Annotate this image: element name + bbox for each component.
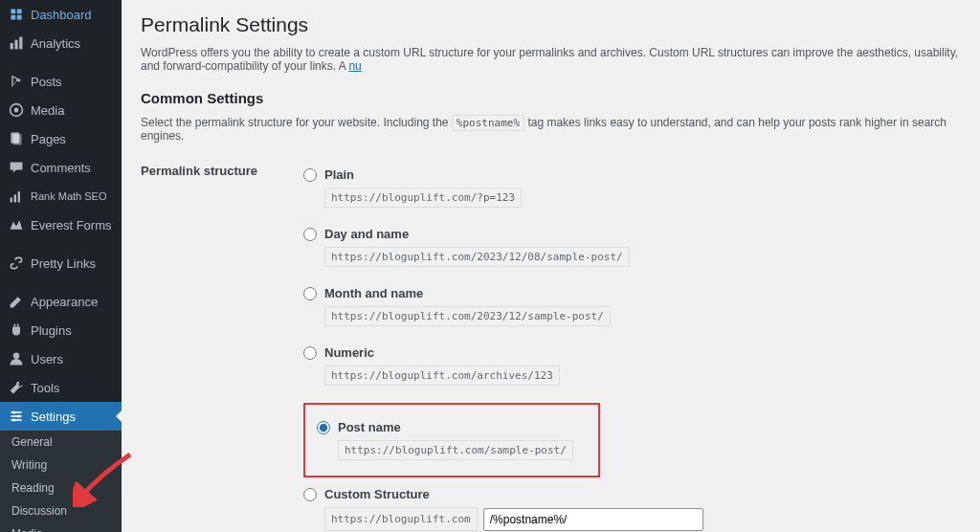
- media-icon: [8, 101, 25, 119]
- custom-prefix: https://bloguplift.com: [324, 507, 478, 531]
- sidebar-item-label: Everest Forms: [31, 218, 112, 233]
- submenu-item-media[interactable]: Media: [0, 522, 122, 532]
- svg-rect-0: [11, 43, 13, 49]
- sidebar-item-label: Posts: [31, 75, 62, 89]
- option-day-name: Day and name https://bloguplift.com/2023…: [303, 221, 961, 280]
- svg-rect-1: [14, 40, 17, 50]
- svg-rect-6: [13, 134, 22, 144]
- option-label[interactable]: Day and name: [324, 227, 409, 241]
- custom-structure-input[interactable]: [483, 508, 703, 531]
- option-postname: Post name https://bloguplift.com/sample-…: [303, 403, 600, 477]
- sidebar-item-posts[interactable]: Posts: [0, 67, 122, 96]
- svg-rect-7: [11, 198, 12, 203]
- url-sample: https://bloguplift.com/archives/123: [324, 366, 560, 386]
- tools-icon: [8, 379, 25, 396]
- forms-icon: [8, 216, 25, 233]
- radio-plain[interactable]: [303, 168, 317, 182]
- analytics-icon: [8, 34, 25, 52]
- sidebar-item-appearance[interactable]: Appearance: [0, 287, 122, 316]
- common-settings-heading: Common Settings: [141, 90, 961, 106]
- structure-label: Permalink structure: [141, 162, 303, 532]
- sidebar-item-label: Rank Math SEO: [31, 190, 106, 202]
- svg-rect-8: [14, 194, 16, 202]
- pages-icon: [8, 130, 25, 147]
- option-label[interactable]: Month and name: [324, 286, 423, 300]
- sidebar-item-dashboard[interactable]: Dashboard: [0, 0, 122, 29]
- sidebar-item-label: Tools: [31, 381, 59, 395]
- svg-point-14: [12, 410, 15, 413]
- sidebar-item-tools[interactable]: Tools: [0, 373, 122, 402]
- plugins-icon: [8, 321, 25, 339]
- settings-submenu: General Writing Reading Discussion Media…: [0, 431, 122, 532]
- sidebar-item-label: Plugins: [31, 323, 72, 338]
- sidebar-item-label: Users: [31, 352, 63, 366]
- radio-postname[interactable]: [317, 421, 330, 434]
- links-icon: [8, 255, 25, 272]
- sidebar-item-label: Dashboard: [31, 8, 92, 22]
- sidebar-item-pages[interactable]: Pages: [0, 124, 122, 153]
- sidebar-item-label: Pages: [31, 132, 66, 146]
- submenu-item-general[interactable]: General: [0, 431, 122, 454]
- submenu-item-writing[interactable]: Writing: [0, 454, 122, 477]
- svg-point-15: [17, 414, 20, 417]
- url-sample: https://bloguplift.com/?p=123: [324, 188, 522, 208]
- sidebar-item-everestforms[interactable]: Everest Forms: [0, 211, 122, 239]
- radio-month-name[interactable]: [303, 287, 317, 300]
- submenu-item-discussion[interactable]: Discussion: [0, 499, 122, 522]
- users-icon: [8, 350, 25, 367]
- rankmath-icon: [8, 188, 25, 205]
- sidebar-item-users[interactable]: Users: [0, 344, 122, 373]
- url-sample: https://bloguplift.com/2023/12/sample-po…: [324, 306, 611, 326]
- sidebar-item-prettylinks[interactable]: Pretty Links: [0, 249, 122, 277]
- sidebar-item-label: Pretty Links: [31, 256, 96, 271]
- comments-icon: [8, 159, 25, 176]
- sidebar-item-label: Analytics: [31, 36, 80, 51]
- admin-sidebar: Dashboard Analytics Posts Media Pages Co…: [0, 0, 122, 532]
- posts-icon: [8, 73, 25, 90]
- sidebar-item-rankmath[interactable]: Rank Math SEO: [0, 182, 122, 211]
- sidebar-item-comments[interactable]: Comments: [0, 153, 122, 182]
- radio-numeric[interactable]: [303, 346, 317, 360]
- radio-day-name[interactable]: [303, 228, 317, 241]
- sidebar-item-label: Media: [31, 103, 64, 118]
- option-label[interactable]: Plain: [324, 167, 354, 182]
- dashboard-icon: [8, 6, 25, 23]
- svg-rect-2: [19, 37, 22, 50]
- option-numeric: Numeric https://bloguplift.com/archives/…: [303, 340, 961, 399]
- svg-point-16: [12, 418, 15, 421]
- sidebar-item-label: Comments: [31, 161, 91, 175]
- sidebar-item-analytics[interactable]: Analytics: [0, 29, 122, 57]
- page-title: Permalink Settings: [141, 13, 961, 36]
- svg-point-3: [14, 108, 19, 113]
- sidebar-item-plugins[interactable]: Plugins: [0, 316, 122, 344]
- sidebar-item-label: Settings: [31, 410, 76, 424]
- radio-custom[interactable]: [303, 488, 317, 501]
- sidebar-item-label: Appearance: [31, 295, 98, 309]
- settings-icon: [8, 408, 25, 425]
- option-plain: Plain https://bloguplift.com/?p=123: [303, 162, 961, 221]
- svg-rect-9: [18, 191, 20, 202]
- svg-point-10: [13, 353, 19, 359]
- sidebar-item-settings[interactable]: Settings: [0, 402, 122, 431]
- appearance-icon: [8, 293, 25, 310]
- sidebar-item-media[interactable]: Media: [0, 96, 122, 124]
- option-custom: Custom Structure https://bloguplift.com …: [303, 481, 961, 532]
- option-label[interactable]: Post name: [338, 420, 401, 434]
- submenu-item-reading[interactable]: Reading: [0, 477, 122, 499]
- option-label[interactable]: Custom Structure: [324, 487, 430, 501]
- intro-link[interactable]: nu: [348, 59, 361, 73]
- intro-text: WordPress offers you the ability to crea…: [141, 46, 961, 73]
- main-content: Permalink Settings WordPress offers you …: [122, 0, 980, 532]
- option-label[interactable]: Numeric: [324, 345, 374, 360]
- url-sample: https://bloguplift.com/2023/12/08/sample…: [324, 247, 630, 267]
- option-month-name: Month and name https://bloguplift.com/20…: [303, 280, 961, 340]
- common-settings-desc: Select the permalink structure for your …: [141, 116, 961, 143]
- url-sample: https://bloguplift.com/sample-post/: [338, 440, 573, 460]
